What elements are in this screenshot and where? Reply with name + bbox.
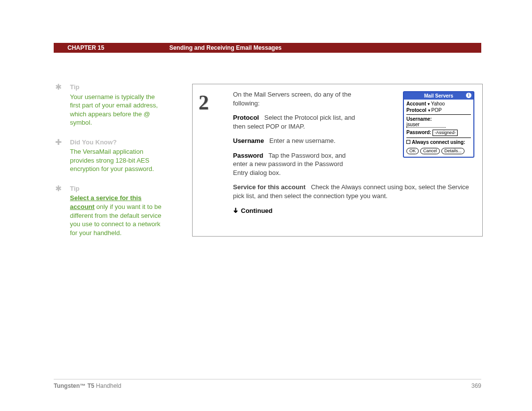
divider	[406, 114, 471, 115]
username-input[interactable]: jsuser	[406, 122, 446, 128]
plus-icon: ✚	[55, 138, 62, 146]
step-left-column: On the Mail Servers screen, do any of th…	[233, 90, 359, 177]
password-label: Password	[233, 152, 263, 159]
chapter-header: CHAPTER 15 Sending and Receiving Email M…	[54, 43, 481, 53]
account-label: Account	[406, 101, 426, 106]
step-intro: On the Mail Servers screen, do any of th…	[233, 90, 359, 107]
dyk-item: ✚ Did You Know? The VersaMail applicatio…	[55, 138, 166, 173]
product-name: Tungsten™ T5 Handheld	[54, 382, 121, 389]
asterisk-icon: ✱	[55, 185, 62, 193]
tip-heading: Tip	[70, 184, 166, 193]
step-number: 2	[199, 92, 209, 113]
divider	[406, 137, 471, 138]
step-box: 2 On the Mail Servers screen, do any of …	[192, 84, 483, 237]
footer-rule	[54, 379, 481, 379]
mail-servers-screenshot: Mail Servers i Account Yahoo Protocol PO…	[403, 91, 474, 158]
continued-marker: ➜Continued	[233, 206, 474, 215]
dyk-body: The VersaMail application provides stron…	[70, 147, 166, 173]
tip-heading: Tip	[70, 83, 166, 92]
ok-button[interactable]: OK	[406, 148, 419, 155]
product-bold: Tungsten™ T5	[54, 382, 94, 389]
tips-sidebar: ✱ Tip Your username is typically the fir…	[55, 83, 166, 248]
step-full-row: Service for this account Check the Alway…	[233, 183, 474, 215]
chapter-label: CHAPTER 15	[67, 44, 104, 51]
username-text: Enter a new username.	[269, 137, 335, 144]
asterisk-icon: ✱	[55, 83, 62, 91]
tip-item: ✱ Tip Your username is typically the fir…	[55, 83, 166, 127]
details-button[interactable]: Details...	[441, 148, 465, 155]
footer: Tungsten™ T5 Handheld 369	[54, 382, 481, 389]
account-picklist[interactable]: Yahoo	[428, 101, 445, 106]
always-connect-checkbox[interactable]	[406, 140, 410, 144]
tip-body: Your username is typically the first par…	[70, 93, 166, 127]
continued-label: Continued	[241, 207, 272, 214]
device-titlebar: Mail Servers i	[404, 92, 473, 100]
protocol-field-label: Protocol	[406, 107, 427, 113]
continued-arrow-icon: ➜	[232, 208, 241, 214]
protocol-label: Protocol	[233, 114, 259, 121]
tip-item: ✱ Tip Select a service for this account …	[55, 184, 166, 237]
username-label: Username	[233, 137, 264, 144]
service-label: Service for this account	[233, 183, 305, 191]
protocol-picklist[interactable]: POP	[428, 107, 442, 113]
chapter-title: Sending and Receiving Email Messages	[169, 44, 282, 51]
password-box[interactable]: -Assigned-	[432, 130, 458, 136]
username-field-label: Username:	[406, 116, 432, 122]
device-body: Account Yahoo Protocol POP Username: jsu…	[404, 100, 473, 157]
device-title: Mail Servers	[424, 93, 453, 99]
page-number: 369	[471, 382, 481, 389]
password-field-label: Password:	[406, 130, 432, 135]
info-icon[interactable]: i	[466, 93, 471, 98]
cancel-button[interactable]: Cancel	[420, 148, 440, 155]
always-connect-label: Always connect using:	[412, 139, 465, 145]
product-rest: Handheld	[94, 382, 121, 389]
dyk-heading: Did You Know?	[70, 138, 166, 147]
tip-body: Select a service for this account only i…	[70, 194, 166, 237]
